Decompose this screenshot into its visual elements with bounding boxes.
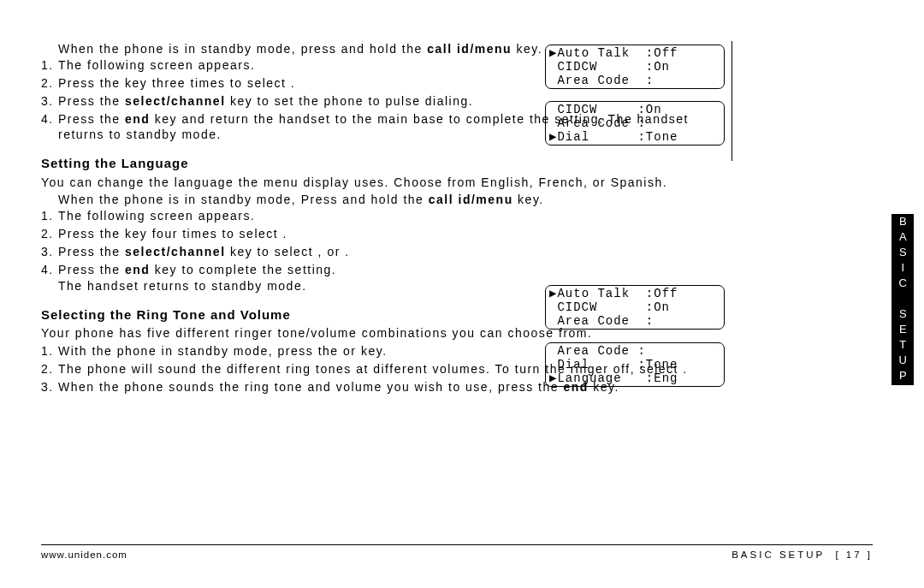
ring-intro: Your phone has five different ringer ton… <box>41 325 734 342</box>
step: Press the key four times to select . <box>58 226 734 242</box>
ring-steps: With the phone in standby mode, press th… <box>41 343 734 395</box>
step: Press the end key to complete the settin… <box>58 262 734 294</box>
footer-url: www.uniden.com <box>41 549 127 562</box>
language-intro: You can change the language the menu dis… <box>41 175 734 191</box>
page-footer: www.uniden.com BASIC SETUP [ 17 ] <box>41 544 873 562</box>
step: Press the select/channel key to set the … <box>58 93 734 110</box>
step: Press the key three times to select . <box>58 75 734 92</box>
step: When the phone is in standby mode, Press… <box>58 192 734 224</box>
step: When the phone sounds the ring tone and … <box>58 379 734 395</box>
dial-mode-steps: When the phone is in standby mode, press… <box>41 41 734 143</box>
language-steps: When the phone is in standby mode, Press… <box>41 192 734 294</box>
step: Press the end key and return the handset… <box>58 111 734 144</box>
step: Press the select/channel key to select ,… <box>58 244 734 260</box>
heading-language: Setting the Language <box>41 155 734 172</box>
step: The phone will sound the different ring … <box>58 361 734 377</box>
heading-ring: Selecting the Ring Tone and Volume <box>41 306 734 324</box>
step: With the phone in standby mode, press th… <box>58 343 734 359</box>
step: When the phone is in standby mode, press… <box>58 41 734 74</box>
side-tab: BASIC SETUP <box>891 214 914 385</box>
